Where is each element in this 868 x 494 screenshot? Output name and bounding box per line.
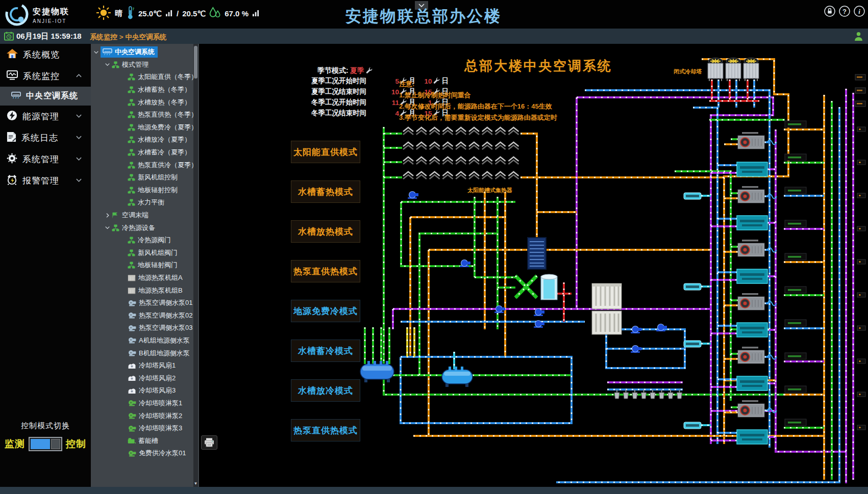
org-icon: [128, 199, 135, 206]
tree-item-21[interactable]: 热泵空调侧水泵02: [91, 309, 199, 322]
tree-item-18[interactable]: 地源热泵机组A: [91, 272, 199, 284]
tree-item-0[interactable]: 中央空调系统: [91, 46, 199, 59]
org-icon: [128, 174, 135, 181]
solar-array-label: 太阳能槽式集热器: [467, 187, 512, 194]
water-distributor-tank: [360, 361, 394, 382]
tree-item-28[interactable]: 冷却塔喷淋泵1: [91, 397, 199, 410]
fan-icon: [128, 375, 136, 381]
tree-item-31[interactable]: 蓄能槽: [91, 434, 199, 447]
org-icon: [128, 124, 135, 131]
sidebar-item-2[interactable]: 中央空调系统: [0, 87, 91, 106]
mode-button-5[interactable]: 水槽蓄冷模式: [291, 340, 360, 362]
tree-item-29[interactable]: 冷却塔喷淋泵2: [91, 409, 199, 422]
water-collector-tank: [442, 367, 473, 387]
signal-icon: [252, 9, 260, 18]
machine-icon: [128, 287, 136, 294]
wrench-icon[interactable]: [366, 67, 373, 75]
tree-item-9[interactable]: 热泵直供冷（夏季）: [91, 159, 199, 171]
tree-item-20[interactable]: 热泵空调侧水泵01: [91, 297, 199, 309]
tree-item-15[interactable]: 冷热源阀门: [91, 234, 199, 247]
tree-item-7[interactable]: 水槽放冷（夏季）: [91, 134, 199, 146]
tree-item-25[interactable]: 冷却塔风扇1: [91, 359, 199, 372]
tank-icon: [128, 437, 136, 444]
tree-item-19[interactable]: 地源热泵机组B: [91, 284, 199, 297]
chevron-up-icon: [76, 71, 82, 81]
tree-item-3[interactable]: 水槽蓄热（冬季）: [91, 84, 199, 96]
lock-icon[interactable]: [824, 6, 835, 19]
tree-item-24[interactable]: B机组地源侧水泵: [91, 347, 199, 359]
chevron-right-icon[interactable]: [105, 213, 110, 218]
monitor-control-toggle[interactable]: [29, 437, 62, 451]
tree-item-13[interactable]: 空调末端: [91, 209, 199, 222]
tree-item-1[interactable]: 模式管理: [91, 59, 199, 71]
mode-button-3[interactable]: 热泵直供热模式: [291, 260, 360, 282]
cooling-tower-label: 闭式冷却塔: [674, 68, 702, 75]
closed-cooling-towers: [708, 58, 759, 82]
pump-green-icon: [128, 450, 136, 457]
tree-item-6[interactable]: 地源免费冷（夏季）: [91, 121, 199, 134]
sidebar-item-4[interactable]: 系统日志: [0, 127, 91, 148]
chevron-down-icon[interactable]: [105, 62, 110, 67]
org-icon: [128, 237, 135, 244]
plate-heat-exchanger: [528, 238, 546, 269]
scrollbar-down-arrow[interactable]: ▼: [193, 481, 198, 486]
signal-icon: [165, 9, 173, 18]
chevron-down-icon[interactable]: [94, 50, 98, 55]
gear-icon: [7, 153, 17, 166]
device-tree: 中央空调系统模式管理太阳能直供（冬季）水槽蓄热（冬季）水槽放热（冬季）热泵直供热…: [91, 44, 199, 460]
tree-item-32[interactable]: 免费供冷水泵01: [91, 447, 199, 460]
tree-item-8[interactable]: 水槽蓄冷（夏季）: [91, 146, 199, 159]
cyan-status-button[interactable]: [684, 283, 701, 290]
info-icon[interactable]: i: [854, 6, 865, 19]
tree-item-22[interactable]: 热泵空调侧水泵03: [91, 322, 199, 334]
flag-icon: [112, 212, 119, 219]
chevron-down-icon: [76, 112, 82, 121]
heat-pump-unit-a: [592, 283, 622, 309]
tree-item-5[interactable]: 热泵直供热（冬季）: [91, 109, 199, 121]
help-icon[interactable]: ?: [839, 6, 850, 19]
user-icon[interactable]: [854, 32, 863, 43]
tree-item-27[interactable]: 冷却塔风扇3: [91, 384, 199, 397]
chevron-down-icon[interactable]: [105, 225, 110, 230]
cyan-status-button[interactable]: [684, 422, 701, 429]
sidebar-item-6[interactable]: 报警管理: [0, 170, 91, 191]
mode-button-7[interactable]: 热泵直供热模式: [291, 419, 360, 441]
tree-item-2[interactable]: 太阳能直供（冬季）: [91, 71, 199, 84]
tree-item-26[interactable]: 冷却塔风扇2: [91, 372, 199, 384]
sidebar-item-3[interactable]: 能源管理: [0, 106, 91, 127]
heat-pump-unit-b: [592, 311, 622, 334]
pump-green-icon: [128, 425, 136, 432]
season-mode-label: 季节模式:: [317, 66, 349, 75]
sidebar-item-0[interactable]: 系统概览: [0, 44, 91, 65]
tree-item-14[interactable]: 冷热源设备: [91, 221, 199, 234]
tree-item-16[interactable]: 新风机组阀门: [91, 247, 199, 259]
tree-item-12[interactable]: 水力平衡: [91, 196, 199, 209]
sidebar-item-1[interactable]: 系统监控: [0, 65, 91, 87]
tree-item-17[interactable]: 地板辐射阀门: [91, 259, 199, 272]
mode-button-4[interactable]: 地源免费冷模式: [291, 300, 360, 322]
mode-button-1[interactable]: 水槽蓄热模式: [291, 180, 360, 203]
scrollbar-thumb[interactable]: [194, 46, 197, 79]
breadcrumb[interactable]: 系统监控 > 中央空调系统: [90, 33, 166, 42]
tree-scrollbar[interactable]: ▼: [193, 44, 198, 487]
tree-item-4[interactable]: 水槽放热（冬季）: [91, 96, 199, 109]
ac-icon: [103, 48, 112, 56]
tree-item-11[interactable]: 地板辐射控制: [91, 184, 199, 197]
mode-button-2[interactable]: 水槽放热模式: [291, 220, 360, 243]
cyan-status-button[interactable]: [684, 341, 701, 347]
mode-button-6[interactable]: 水槽放冷模式: [291, 379, 360, 402]
cyan-status-button[interactable]: [684, 193, 701, 199]
solar-collector-array: [403, 127, 518, 179]
tree-item-10[interactable]: 新风机组控制: [91, 171, 199, 184]
calendar-icon: [4, 31, 14, 43]
temp-separator: /: [177, 9, 179, 18]
mode-button-0[interactable]: 太阳能直供模式: [291, 141, 360, 163]
org-icon: [112, 61, 119, 68]
sidebar-item-5[interactable]: 系统管理: [0, 148, 91, 170]
control-mode-switch: 控制模式切换 监测 控制: [0, 421, 91, 451]
control-label: 控制: [66, 437, 86, 451]
tree-item-30[interactable]: 冷却塔喷淋泵3: [91, 422, 199, 435]
notice-title: 注意:: [399, 80, 567, 89]
tree-item-23[interactable]: A机组地源侧水泵: [91, 334, 199, 347]
print-button[interactable]: [201, 435, 217, 450]
